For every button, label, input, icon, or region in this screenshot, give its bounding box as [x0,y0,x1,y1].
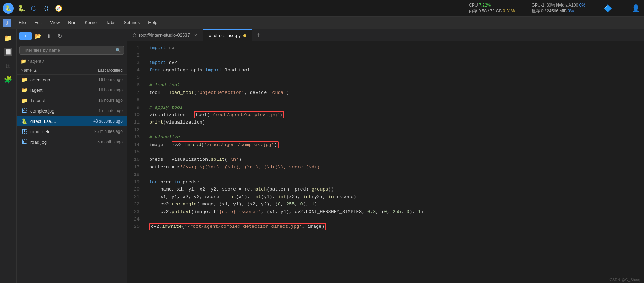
gpu-percent: 0% [579,3,585,8]
gpu-stat: GPU-1: 30% Nvidia A100 0% 显存 0 / 24566 M… [532,2,585,14]
vram-percent: 0% [568,9,574,13]
code-line-13: # visualize [144,134,644,141]
menu-tabs[interactable]: Tabs [103,19,119,27]
compass-icon[interactable]: 🧭 [54,3,64,13]
code-line-6: # load tool [144,81,644,89]
upload-file-button[interactable]: ⬆ [44,31,54,41]
vram-stat: 显存 0 / 24566 MiB 0% [532,8,574,14]
activity-files[interactable]: 📁 [2,32,15,44]
code-line-3: import cv2 [144,59,644,67]
tab-python[interactable]: ≡ direct_use.py [203,29,252,41]
menu-file[interactable]: File [15,19,29,27]
folder-icon-small: 📁 [21,59,26,64]
code-line-12 [144,126,644,134]
code-line-2 [144,52,644,59]
new-button[interactable]: + [19,32,32,40]
activity-bar: 📁 🔲 ⊞ 🧩 [0,29,17,283]
line-num-4: 4 [130,67,140,74]
code-line-8 [144,96,644,104]
line-num-10: 10 [130,111,140,119]
refresh-button[interactable]: ↻ [55,31,65,41]
python-file-icon: 🐍 [21,118,28,125]
line-num-12: 12 [130,126,140,134]
cpu-label: CPU 7.22% [469,2,491,8]
system-stats: CPU 7.22% 内存 0.58 / 72 GB 0.81% GPU-1: 3… [469,2,641,14]
menu-view[interactable]: View [47,19,63,27]
cpu-value: 7.22% [479,3,491,8]
folder-icon: 📁 [21,87,28,94]
activity-puzzle[interactable]: 🧩 [2,73,15,86]
mem-percent: 0.81% [503,9,515,13]
line-num-17: 17 [130,164,140,171]
code-line-4: from agentlego.apis import load_tool [144,67,644,74]
terminal-icon[interactable]: ⬡ [29,3,39,13]
code-line-19: for pred in preds: [144,178,644,186]
file-name: lagent [30,88,74,93]
image-file-icon: 🖼 [21,128,28,135]
search-input[interactable] [22,48,113,53]
search-box: 🔍 [19,46,124,55]
main-layout: 📁 🔲 ⊞ 🧩 + 📂 ⬆ ↻ 🔍 📁 / agent / Name ▲ [0,29,644,283]
code-line-1: import re [144,44,644,52]
list-item[interactable]: 🖼 road_dete... 26 minutes ago [17,126,127,137]
file-modified: 1 minute ago [74,108,123,113]
terminal-tab-icon: ⬡ [133,33,136,38]
top-bar-left: 🐍 🐍 ⬡ ⟨⟩ 🧭 [3,3,64,14]
menu-run[interactable]: Run [65,19,80,27]
tab-close-icon[interactable]: ✕ [194,33,198,38]
file-name: direct_use.... [30,119,74,124]
add-tab-button[interactable]: + [252,29,265,41]
line-numbers: 1 2 3 4 5 6 7 8 9 10 11 12 13 14 15 16 1… [127,41,144,283]
code-line-10: visualization = tool('/root/agent/comple… [144,111,644,119]
line-num-3: 3 [130,59,140,67]
watermark: CSDN @G_Sheep [609,277,641,282]
upload-folder-button[interactable]: 📂 [33,31,43,41]
list-item[interactable]: 📁 Tutorial 16 hours ago [17,95,127,106]
list-item[interactable]: 🐍 direct_use.... 43 seconds ago [17,116,127,126]
menu-help[interactable]: Help [145,19,161,27]
tab-terminal[interactable]: ⬡ root@intern-studio-02537 ✕ [127,29,203,41]
activity-search[interactable]: 🔲 [2,46,15,58]
python-tab-icon: ≡ [209,33,211,38]
editor-area: ⬡ root@intern-studio-02537 ✕ ≡ direct_us… [127,29,644,283]
tensorflow-icon: 🔷 [602,3,613,14]
list-item[interactable]: 📁 agentlego 16 hours ago [17,75,127,85]
line-num-18: 18 [130,171,140,178]
line-num-25: 25 [130,223,140,231]
code-content: import re import cv2 from agentlego.apis… [144,41,644,283]
list-item[interactable]: 🖼 road.jpg 5 months ago [17,137,127,147]
line-num-1: 1 [130,44,140,52]
file-modified: 5 months ago [74,139,123,144]
menu-settings[interactable]: Settings [120,19,143,27]
code-line-9: # apply tool [144,104,644,111]
code-line-24 [144,216,644,223]
user-icon: 👤 [630,3,641,14]
breadcrumb-text: / agent / [28,59,44,64]
col-name-header[interactable]: Name ▲ [21,68,74,73]
menu-edit[interactable]: Edit [31,19,45,27]
image-file-icon: 🖼 [21,107,28,114]
menu-bar: J File Edit View Run Kernel Tabs Setting… [0,17,644,29]
mem-value: 0.58 / 72 GB [479,9,502,13]
col-name-label: Name [21,68,32,73]
code-editor[interactable]: 1 2 3 4 5 6 7 8 9 10 11 12 13 14 15 16 1… [127,41,644,283]
sidebar: + 📂 ⬆ ↻ 🔍 📁 / agent / Name ▲ Last Modifi… [17,29,127,283]
snake-icon[interactable]: 🐍 [17,3,26,13]
vram-value: 0 / 24566 MiB [541,9,567,13]
file-modified: 16 hours ago [74,98,123,103]
col-modified-header: Last Modified [74,68,123,73]
code-line-15 [144,148,644,156]
file-name: complex.jpg [30,108,74,114]
activity-extensions[interactable]: ⊞ [2,59,15,72]
code-line-11: print(visualization) [144,119,644,126]
file-name: road_dete... [30,129,74,134]
line-num-20: 20 [130,186,140,193]
code-line-17: pattern = r'(\w+) \((\d+), (\d+), (\d+),… [144,164,644,171]
vscode-icon[interactable]: ⟨⟩ [41,3,51,13]
line-num-23: 23 [130,208,140,216]
list-item[interactable]: 📁 lagent 16 hours ago [17,85,127,95]
list-item[interactable]: 🖼 complex.jpg 1 minute ago [17,106,127,116]
menu-kernel[interactable]: Kernel [81,19,101,27]
code-line-22: cv2.rectangle(image, (x1, y1), (x2, y2),… [144,201,644,208]
line-num-5: 5 [130,74,140,81]
